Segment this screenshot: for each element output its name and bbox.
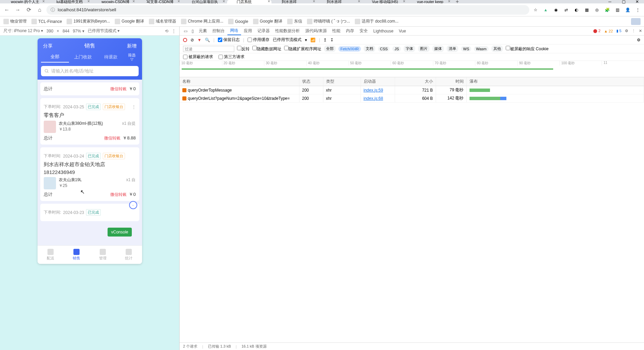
devtools-tab[interactable]: 记录器 bbox=[255, 27, 272, 35]
orders-list[interactable]: 总计 微信转账￥0 下单时间: 2024-03-25 已完成 门店收银台 ⋮ 零… bbox=[38, 80, 142, 227]
reload-button[interactable]: ⟳ bbox=[25, 6, 33, 14]
filter-input[interactable] bbox=[183, 46, 234, 52]
filter-chip[interactable]: 字体 bbox=[404, 45, 415, 52]
close-icon[interactable]: × bbox=[268, 0, 270, 3]
bookmark-item[interactable]: 域名管理器 bbox=[149, 18, 176, 24]
tab-refund[interactable]: 待退款 bbox=[97, 52, 125, 62]
home-button[interactable]: ⌂ bbox=[36, 6, 44, 14]
new-tab-button[interactable]: + bbox=[452, 0, 462, 5]
devtools-tab[interactable]: Vue bbox=[396, 27, 409, 35]
devtools-tab[interactable]: 源代码/来源 bbox=[303, 27, 330, 35]
float-badge[interactable]: ·· bbox=[129, 201, 137, 209]
close-icon[interactable]: ✕ bbox=[639, 29, 642, 33]
throttle-select[interactable]: 已停用节流模式 bbox=[273, 37, 302, 43]
browser-tab[interactable]: wocwin 的个人主× bbox=[1, 0, 46, 3]
filter-chip[interactable]: CSS bbox=[378, 46, 390, 52]
forward-button[interactable]: → bbox=[14, 6, 22, 14]
ext-icon[interactable]: ◎ bbox=[593, 6, 600, 13]
disable-cache-checkbox[interactable]: 停用缓存 bbox=[248, 37, 269, 43]
browser-tab[interactable]: Vue 移动端(H5)× bbox=[362, 0, 407, 3]
close-icon[interactable]: × bbox=[132, 0, 135, 3]
devtools-tab[interactable]: 应用 bbox=[241, 27, 255, 35]
sidepanel-icon[interactable]: ▥ bbox=[614, 6, 621, 13]
window-close-icon[interactable]: ✕ bbox=[630, 0, 644, 3]
window-min-icon[interactable]: ─ bbox=[603, 0, 617, 3]
vconsole-button[interactable]: vConsole bbox=[108, 228, 131, 237]
filter-chip[interactable]: Fetch/XHR bbox=[338, 46, 361, 52]
extensions-icon[interactable]: 🧩 bbox=[604, 6, 611, 13]
close-icon[interactable]: × bbox=[178, 0, 180, 3]
filter-chip[interactable]: 图片 bbox=[418, 45, 430, 52]
close-icon[interactable]: × bbox=[223, 0, 225, 3]
ext-icon[interactable]: ▦ bbox=[583, 6, 590, 13]
filter-icon[interactable]: ▼ bbox=[197, 38, 201, 42]
req-initiator[interactable]: index.js:59 bbox=[364, 88, 383, 93]
table-header[interactable]: 大小 bbox=[395, 77, 436, 86]
ext-icon[interactable]: ◉ bbox=[552, 6, 559, 13]
browser-tab[interactable]: 到水吉祥× bbox=[272, 0, 317, 3]
device-toggle-icon[interactable]: ▯ bbox=[190, 29, 196, 33]
filter-chip[interactable]: 清单 bbox=[447, 45, 458, 52]
filter-chip[interactable]: Wasm bbox=[474, 46, 489, 52]
bookmark-item[interactable]: TCL-Finance bbox=[31, 19, 62, 24]
device-height[interactable]: 844 bbox=[62, 29, 69, 33]
blocked-checkbox[interactable]: 被屏蔽的请求 bbox=[183, 54, 213, 60]
clear-icon[interactable]: ⊘ bbox=[191, 38, 194, 42]
network-timeline[interactable]: 10 毫秒20 毫秒30 毫秒40 毫秒50 毫秒60 毫秒70 毫秒80 毫秒… bbox=[180, 61, 644, 77]
search-input[interactable]: 请输入姓名/电话/地址 bbox=[41, 66, 139, 76]
filter-chip[interactable]: WS bbox=[461, 46, 471, 52]
close-icon[interactable]: × bbox=[87, 0, 90, 3]
devtools-tab[interactable]: Lighthouse bbox=[370, 27, 396, 35]
table-header[interactable]: 启动器 bbox=[361, 77, 395, 86]
devtools-tab[interactable]: 网络 bbox=[227, 27, 241, 35]
bookmark-item[interactable]: 1991黄家驹Beyon... bbox=[67, 18, 110, 24]
record-button[interactable] bbox=[183, 38, 187, 42]
menu-icon[interactable]: ⋮ bbox=[634, 6, 641, 13]
table-row[interactable]: queryOrderList?pageNum=2&pageSize=10&tra… bbox=[180, 94, 644, 103]
header-new[interactable]: 新增 bbox=[127, 43, 137, 49]
bookmark-item[interactable]: 东信 bbox=[287, 18, 302, 24]
gear-icon[interactable]: ⚙ bbox=[625, 29, 628, 33]
browser-tab[interactable]: vue-router keep× bbox=[407, 0, 452, 3]
bookmark-item[interactable]: Google 翻译 bbox=[253, 18, 282, 24]
chevron-down-icon[interactable]: ▾ bbox=[305, 38, 307, 42]
device-throttle[interactable]: 已停用节流模式 bbox=[88, 28, 120, 34]
close-icon[interactable]: × bbox=[42, 0, 45, 3]
hide-data-checkbox[interactable]: 隐藏数据网址 bbox=[252, 46, 281, 52]
browser-tab[interactable]: 台河山泉项目执× bbox=[182, 0, 226, 3]
table-header[interactable]: 状态 bbox=[299, 77, 323, 86]
ext-icon[interactable]: ◐ bbox=[573, 6, 580, 13]
site-info-icon[interactable]: ⓘ bbox=[51, 7, 55, 13]
close-icon[interactable]: × bbox=[358, 0, 360, 3]
nav-item[interactable]: 配送 bbox=[38, 246, 64, 264]
wifi-icon[interactable]: 📶 bbox=[310, 38, 316, 42]
invert-checkbox[interactable]: 反转 bbox=[237, 46, 250, 52]
bookmark-item[interactable]: 适用于 doc88.com... bbox=[355, 18, 398, 24]
filter-chip[interactable]: 全部 bbox=[324, 45, 336, 52]
table-header[interactable]: 瀑布 bbox=[466, 77, 644, 86]
table-header[interactable]: 名称 bbox=[180, 77, 299, 86]
nav-item[interactable]: 统计 bbox=[116, 246, 142, 264]
browser-tab[interactable]: lui基础组件文档× bbox=[47, 0, 91, 3]
tab-filter[interactable]: 筛选▽ bbox=[125, 53, 139, 61]
filter-chip[interactable]: 其他 bbox=[491, 45, 503, 52]
star-icon[interactable]: ☆ bbox=[532, 6, 539, 13]
third-party-checkbox[interactable]: 第三方请求 bbox=[219, 54, 244, 60]
close-icon[interactable]: × bbox=[448, 0, 450, 3]
rotate-icon[interactable]: ⟲ bbox=[165, 29, 168, 33]
address-bar[interactable]: ⓘ localhost:8410/waterstore/sell bbox=[46, 5, 529, 15]
bookmark-item[interactable]: 哔嘀哔嘀 ( ˘･з･)つ... bbox=[307, 18, 350, 24]
inspect-icon[interactable]: ▭ bbox=[182, 29, 190, 33]
reading-list-icon[interactable] bbox=[631, 18, 641, 25]
order-more-icon[interactable]: ⋮ bbox=[132, 105, 136, 109]
device-width[interactable]: 390 bbox=[46, 29, 53, 33]
header-share[interactable]: 分享 bbox=[43, 43, 53, 49]
devtools-tab[interactable]: 性能数据分析 bbox=[272, 27, 303, 35]
hide-ext-checkbox[interactable]: 隐藏扩展程序网址 bbox=[284, 46, 321, 52]
profile-icon[interactable]: 👤 bbox=[624, 6, 631, 13]
search-icon[interactable]: 🔍 bbox=[205, 38, 210, 42]
browser-tab[interactable]: 门店系统× bbox=[227, 0, 271, 3]
device-select[interactable]: 尺寸: iPhone 12 Pro bbox=[3, 28, 43, 34]
devtools-badges[interactable]: ⬤ 2▲ 22▮ 5⚙⋮✕ bbox=[593, 29, 642, 33]
nav-item[interactable]: 销售 bbox=[64, 246, 90, 264]
